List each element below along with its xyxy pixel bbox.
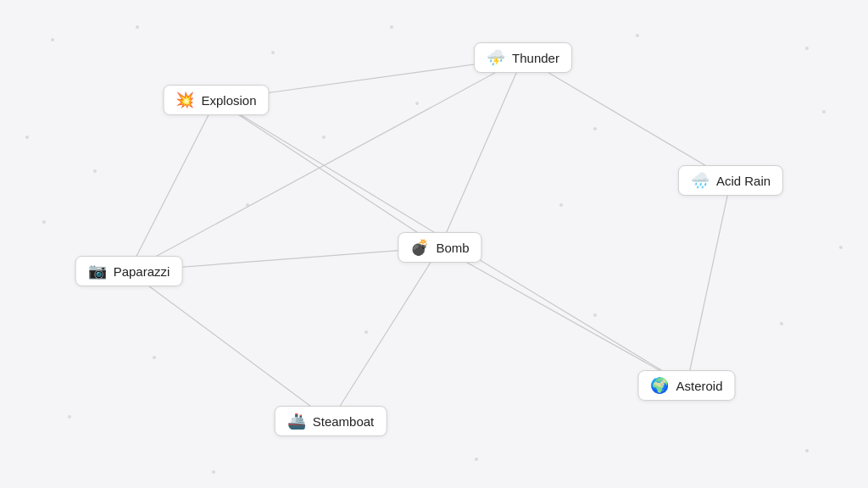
graph-edge [129,100,216,271]
decorative-dot [246,203,249,207]
decorative-dot [593,313,597,317]
decorative-dot [322,136,326,139]
graph-edge [440,247,687,385]
decorative-dot [271,51,275,54]
decorative-dot [839,246,843,249]
steamboat-label: Steamboat [313,414,375,429]
graph-edge [523,58,731,180]
acid-rain-label: Acid Rain [716,174,771,188]
decorative-dot [390,25,393,29]
decorative-dot [153,356,156,359]
thunder-icon: ⛈️ [487,50,505,65]
node-steamboat[interactable]: 🚢Steamboat [275,406,387,436]
node-bomb[interactable]: 💣Bomb [398,232,481,263]
decorative-dot [780,322,783,325]
asteroid-label: Asteroid [676,379,722,393]
graph-edge [216,100,440,247]
decorative-dot [25,136,29,139]
node-acid-rain[interactable]: 🌧️Acid Rain [678,165,783,196]
bomb-icon: 💣 [410,240,429,255]
thunder-label: Thunder [512,51,559,65]
asteroid-icon: 🌍 [650,378,669,393]
decorative-dot [68,415,71,419]
node-asteroid[interactable]: 🌍Asteroid [637,370,735,401]
node-explosion[interactable]: 💥Explosion [163,85,269,115]
decorative-dot [364,330,368,334]
decorative-dot [51,38,54,42]
decorative-dot [805,449,809,452]
decorative-dot [212,470,215,474]
explosion-icon: 💥 [175,92,194,108]
paparazzi-label: Paparazzi [114,264,170,279]
decorative-dot [822,110,826,114]
bomb-label: Bomb [436,241,469,255]
decorative-dot [593,127,597,130]
graph-edge [331,247,440,421]
decorative-dot [415,102,419,105]
decorative-dot [93,169,97,173]
graph-edge [129,271,331,421]
node-paparazzi[interactable]: 📷Paparazzi [75,256,183,286]
paparazzi-icon: 📷 [88,263,107,279]
acid-rain-icon: 🌧️ [691,173,709,188]
graph-edge [687,180,731,385]
graph-edge [440,58,523,247]
decorative-dot [636,34,639,37]
steamboat-icon: 🚢 [287,413,306,429]
explosion-label: Explosion [201,93,256,108]
decorative-dot [805,47,809,50]
decorative-dot [475,458,478,461]
decorative-dot [559,203,563,207]
node-thunder[interactable]: ⛈️Thunder [474,42,572,73]
decorative-dot [136,25,139,29]
decorative-dot [42,220,46,224]
